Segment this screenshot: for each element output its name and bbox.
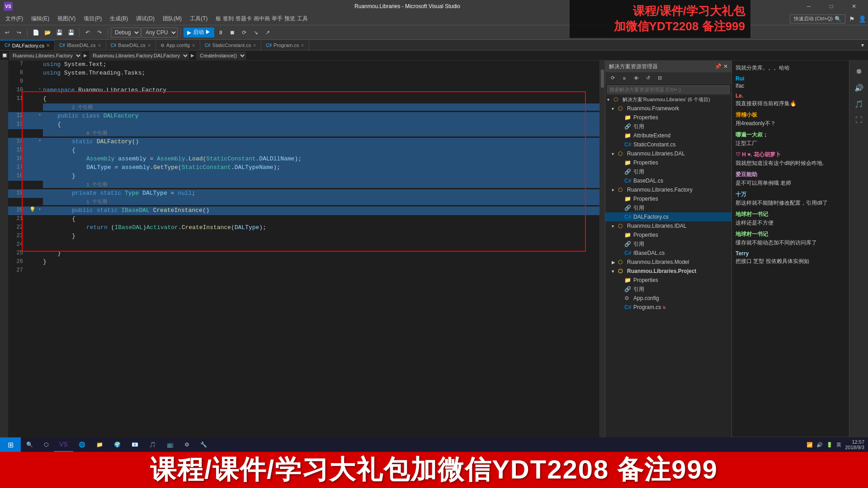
- account-icon[interactable]: 👤: [859, 15, 866, 23]
- tree-dal-basedal[interactable]: C# BaseDAL.cs: [605, 176, 731, 185]
- taskbar-app2[interactable]: 📺: [161, 437, 179, 452]
- fwd-btn[interactable]: ↪: [14, 27, 24, 38]
- menu-more[interactable]: 板签到答题卡画中画举手预览工具: [212, 13, 311, 24]
- undo-btn[interactable]: ↶: [82, 27, 93, 38]
- quick-launch-input[interactable]: 快速启动 (Ctrl+Q): [794, 15, 833, 22]
- tree-factory-dalfactory[interactable]: C# DALFactory.cs: [605, 212, 731, 221]
- tab-close-dalfactory[interactable]: ✕: [46, 43, 50, 48]
- menu-tools[interactable]: 工具(T): [186, 13, 211, 24]
- step-over-btn[interactable]: ⟳: [239, 27, 250, 38]
- tree-project[interactable]: ▾ ⬡ Ruanmou.Libraries.Project: [605, 267, 731, 276]
- sol-sync-btn[interactable]: ⟳: [607, 73, 618, 84]
- taskbar-cortana[interactable]: ⬡: [38, 437, 54, 452]
- taskbar-search[interactable]: 🔍: [21, 437, 38, 452]
- tree-factory[interactable]: ▾ ⬡ Ruanmou.Libraries.Factory: [605, 185, 731, 194]
- taskbar-ie[interactable]: 🌍: [108, 437, 126, 452]
- tree-idal-properties[interactable]: 📁 Properties: [605, 230, 731, 239]
- save-all-btn[interactable]: 💾: [66, 27, 76, 38]
- tree-fw-references[interactable]: 🔗 引用: [605, 122, 731, 131]
- tree-factory-references[interactable]: 🔗 引用: [605, 203, 731, 212]
- tab-program[interactable]: C# Program.cs ✕: [261, 40, 309, 50]
- taskbar-chrome[interactable]: 🌐: [73, 437, 91, 452]
- battery-icon[interactable]: 🔋: [826, 442, 833, 448]
- tree-idal-ibasedal[interactable]: C# IBaseDAL.cs: [605, 249, 731, 258]
- tree-dal[interactable]: ▾ ⬡ Ruanmou.Libraries.DAL: [605, 149, 731, 158]
- clock[interactable]: 12:57 2018/9/3: [845, 439, 864, 450]
- new-btn[interactable]: 📄: [30, 27, 41, 38]
- tree-fw-properties[interactable]: 📁 Properties: [605, 113, 731, 122]
- class-breadcrumb[interactable]: Ruanmou.Libraries.Factory.DALFactory: [89, 52, 189, 60]
- tree-idal[interactable]: ▾ ⬡ Ruanmou.Libraries.IDAL: [605, 221, 731, 230]
- pause-btn[interactable]: ⏸: [215, 27, 226, 38]
- menu-file[interactable]: 文件(F): [2, 13, 27, 24]
- platform-select[interactable]: Any CPU: [142, 28, 178, 38]
- start-button[interactable]: ▶ 启动 ▶: [184, 28, 214, 38]
- minimize-button[interactable]: ─: [798, 0, 819, 13]
- feedback-icon[interactable]: ⚑: [849, 15, 855, 23]
- menu-project[interactable]: 项目(P): [80, 13, 105, 24]
- taskbar-app1[interactable]: 🎵: [144, 437, 161, 452]
- menu-view[interactable]: 视图(V): [54, 13, 79, 24]
- tree-project-appconfig[interactable]: ⚙ App.config: [605, 294, 731, 303]
- editor-scrollbar[interactable]: [599, 61, 605, 464]
- open-btn[interactable]: 📂: [42, 27, 53, 38]
- tab-ibasedal[interactable]: C# IBaseDAL.cs ✕: [55, 40, 106, 50]
- maximize-button[interactable]: □: [821, 0, 842, 13]
- code-editor[interactable]: 7 using System.Text; 8 using System.Thre…: [8, 61, 599, 464]
- rt-music-btn[interactable]: 🎵: [852, 97, 866, 111]
- tree-fw-staticconstant[interactable]: C# StaticConstant.cs: [605, 140, 731, 149]
- sol-refresh-btn[interactable]: ↺: [642, 73, 653, 84]
- menu-build[interactable]: 生成(B): [106, 13, 132, 24]
- sol-collapse-btn[interactable]: ⊟: [654, 73, 665, 84]
- taskbar-app4[interactable]: 🔧: [195, 437, 212, 452]
- tree-fw-attributeextend[interactable]: 📁 AttributeExtend: [605, 131, 731, 140]
- tree-model[interactable]: ▶ ⬡ Ruanmou.Libraries.Model: [605, 258, 731, 267]
- tree-factory-properties[interactable]: 📁 Properties: [605, 194, 731, 203]
- tree-idal-references[interactable]: 🔗 引用: [605, 239, 731, 249]
- taskbar-explorer[interactable]: 📁: [91, 437, 108, 452]
- menu-team[interactable]: 团队(M): [159, 13, 185, 24]
- tree-project-properties[interactable]: 📁 Properties: [605, 276, 731, 285]
- tree-dal-references[interactable]: 🔗 引用: [605, 167, 731, 176]
- tree-project-references[interactable]: 🔗 引用: [605, 285, 731, 294]
- tab-close-appconfig[interactable]: ✕: [192, 43, 195, 48]
- sol-pin-icon[interactable]: 📌: [715, 63, 722, 70]
- stop-btn[interactable]: ⏹: [227, 27, 238, 38]
- tab-basedal[interactable]: C# BaseDAL.cs ✕: [106, 40, 156, 50]
- tab-appconfig[interactable]: ⚙ App.config ✕: [156, 40, 200, 50]
- tree-ruanmou-framework[interactable]: ▾ ⬡ Ruanmou.Framework: [605, 104, 731, 113]
- menu-edit[interactable]: 编辑(E): [28, 13, 53, 24]
- menu-debug[interactable]: 调试(D): [132, 13, 158, 24]
- redo-btn[interactable]: ↷: [94, 27, 105, 38]
- tab-close-staticconstant[interactable]: ✕: [253, 43, 256, 48]
- tree-dal-properties[interactable]: 📁 Properties: [605, 158, 731, 167]
- network-icon[interactable]: 📶: [807, 442, 813, 448]
- sol-show-all-btn[interactable]: 👁: [631, 73, 642, 84]
- step-out-btn[interactable]: ↗: [262, 27, 273, 38]
- rt-fullscreen-btn[interactable]: ⛶: [852, 113, 866, 127]
- debug-mode-select[interactable]: Debug: [111, 28, 141, 38]
- method-breadcrumb[interactable]: CreateInstance(): [196, 52, 246, 60]
- save-btn[interactable]: 💾: [54, 27, 65, 38]
- taskbar-outlook[interactable]: 📧: [126, 437, 144, 452]
- sol-close-icon[interactable]: ✕: [723, 63, 728, 70]
- tree-project-program[interactable]: C# Program.cs 🖱: [605, 303, 731, 312]
- sol-props-btn[interactable]: ≡: [619, 73, 630, 84]
- tree-root[interactable]: ▾ ⬡ 解决方案'Ruanmou.Libraries' (6 个项目): [605, 95, 731, 104]
- tab-close-basedal[interactable]: ✕: [147, 43, 151, 48]
- solution-search-input[interactable]: [607, 85, 730, 94]
- close-button[interactable]: ✕: [844, 0, 864, 13]
- tab-staticconstant[interactable]: C# StaticConstant.cs ✕: [200, 40, 261, 50]
- start-button-taskbar[interactable]: ⊞: [0, 437, 21, 452]
- rt-volume-btn[interactable]: 🔊: [852, 80, 866, 95]
- taskbar-app3[interactable]: ⚙: [179, 437, 195, 452]
- back-btn[interactable]: ↩: [2, 27, 13, 38]
- rt-record-btn[interactable]: ⏺: [852, 64, 866, 79]
- tab-close-ibasedal[interactable]: ✕: [98, 43, 101, 48]
- ime-icon[interactable]: 英: [836, 441, 841, 448]
- tab-dalfactory[interactable]: C# DALFactory.cs ✕: [0, 40, 55, 50]
- project-breadcrumb[interactable]: Ruanmou.Libraries.Factory: [9, 52, 82, 60]
- volume-icon[interactable]: 🔊: [816, 442, 823, 448]
- tab-dropdown-btn[interactable]: ▾: [859, 40, 866, 50]
- step-into-btn[interactable]: ↘: [250, 27, 261, 38]
